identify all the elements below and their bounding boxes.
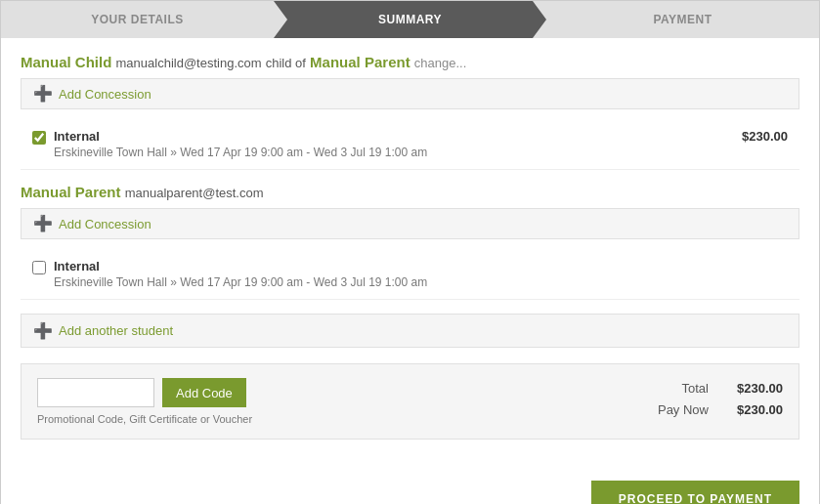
promo-section: Add Code Promotional Code, Gift Certific… (21, 363, 799, 440)
child-item-checkbox[interactable] (32, 131, 46, 145)
parent-item-checkbox[interactable] (32, 261, 46, 274)
parent-email: manualparent@test.com (125, 186, 264, 200)
child-of-label: child of (266, 56, 306, 70)
total-row: Total $230.00 (658, 378, 783, 399)
parent-add-concession-row[interactable]: ➕ Add Concession (21, 208, 799, 239)
step-payment[interactable]: PAYMENT (546, 1, 819, 38)
main-content: Manual Child manualchild@testing.com chi… (1, 38, 819, 471)
child-item-title: Internal (54, 129, 742, 144)
pay-now-value: $230.00 (724, 399, 783, 421)
add-student-plus-icon: ➕ (33, 321, 53, 340)
parent-add-concession-label: Add Concession (59, 217, 151, 231)
child-section: Manual Child manualchild@testing.com chi… (21, 54, 799, 170)
totals: Total $230.00 Pay Now $230.00 (658, 378, 783, 421)
pay-now-label: Pay Now (658, 399, 709, 421)
child-item-price: $230.00 (742, 129, 788, 144)
add-student-label: Add another student (59, 323, 173, 338)
progress-bar: YOUR DETAILS SUMMARY PAYMENT (1, 1, 819, 38)
child-item-details: Internal Erskineville Town Hall » Wed 17… (54, 129, 742, 159)
promo-hint: Promotional Code, Gift Certificate or Vo… (37, 413, 252, 425)
parent-item-details: Internal Erskineville Town Hall » Wed 17… (54, 259, 788, 289)
step-summary[interactable]: SUMMARY (274, 1, 546, 38)
proceed-to-payment-button[interactable]: PROCEED TO PAYMENT (591, 481, 799, 504)
child-item-subtitle: Erskineville Town Hall » Wed 17 Apr 19 9… (54, 146, 742, 159)
step-your-details-label: YOUR DETAILS (91, 13, 183, 26)
promo-input-row: Add Code (37, 378, 252, 407)
child-plus-circle-icon: ➕ (33, 86, 53, 102)
total-label: Total (682, 378, 709, 399)
parent-section: Manual Parent manualparent@test.com ➕ Ad… (21, 184, 799, 300)
total-value: $230.00 (724, 378, 783, 399)
parent-name-row: Manual Parent manualparent@test.com (21, 184, 799, 200)
child-parent-name: Manual Parent (310, 54, 410, 70)
child-add-concession-label: Add Concession (59, 87, 151, 102)
promo-input[interactable] (37, 378, 154, 407)
child-change-link[interactable]: change... (414, 56, 467, 70)
step-your-details[interactable]: YOUR DETAILS (1, 1, 274, 38)
parent-item-title: Internal (54, 259, 788, 273)
parent-plus-circle-icon: ➕ (33, 216, 53, 231)
footer: PROCEED TO PAYMENT (1, 471, 819, 504)
pay-now-row: Pay Now $230.00 (658, 399, 783, 421)
page-container: YOUR DETAILS SUMMARY PAYMENT Manual Chil… (0, 0, 820, 504)
step-payment-label: PAYMENT (653, 13, 712, 26)
child-name: Manual Child (21, 54, 111, 70)
child-name-row: Manual Child manualchild@testing.com chi… (21, 54, 799, 70)
add-student-row[interactable]: ➕ Add another student (21, 314, 799, 348)
add-code-button[interactable]: Add Code (162, 378, 246, 407)
parent-item-row: Internal Erskineville Town Hall » Wed 17… (21, 249, 799, 300)
child-email: manualchild@testing.com (116, 56, 262, 70)
promo-left: Add Code Promotional Code, Gift Certific… (37, 378, 252, 425)
step-summary-label: SUMMARY (378, 13, 442, 26)
child-add-concession-row[interactable]: ➕ Add Concession (21, 78, 799, 109)
parent-name: Manual Parent (21, 184, 121, 200)
parent-item-subtitle: Erskineville Town Hall » Wed 17 Apr 19 9… (54, 275, 788, 289)
child-item-row: Internal Erskineville Town Hall » Wed 17… (21, 119, 799, 170)
